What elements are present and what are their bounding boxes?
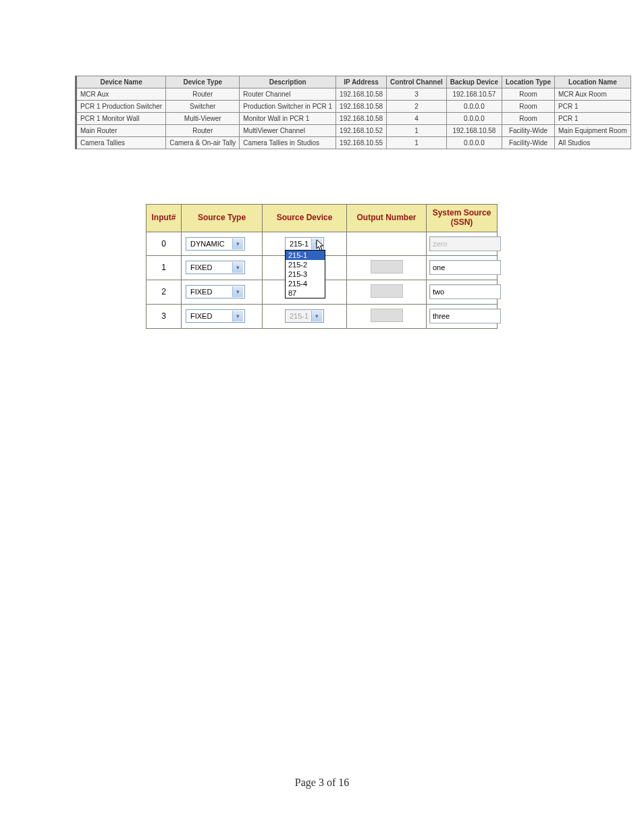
cell-input-number: 1: [146, 255, 182, 280]
page-number: Page 3 of 16: [0, 777, 644, 789]
source-type-select[interactable]: FIXED ▾: [186, 285, 245, 298]
col-source-type: Source Type: [182, 205, 263, 232]
source-device-value: 215-1: [290, 240, 308, 248]
ssn-input: [429, 236, 501, 251]
table-row: 3 FIXED ▾ 215-1 ▾: [146, 304, 498, 328]
source-device-options[interactable]: 215-1 215-2 215-3 215-4 87: [285, 250, 325, 298]
option-item[interactable]: 215-4: [286, 279, 325, 288]
option-item[interactable]: 215-3: [286, 269, 325, 279]
chevron-down-icon: ▾: [232, 286, 243, 297]
source-device-select[interactable]: 215-1 ▾: [285, 237, 324, 251]
table-row: PCR 1 Production Switcher Switcher Produ…: [76, 101, 631, 113]
cell-loctype: Room: [502, 88, 554, 101]
col-device-name: Device Name: [76, 76, 166, 88]
table-row: Main Router Router MultiViewer Channel 1…: [76, 125, 631, 137]
option-item[interactable]: 215-1: [286, 251, 325, 260]
source-type-value: FIXED: [190, 312, 212, 320]
chevron-down-icon: ▾: [232, 311, 243, 321]
col-description: Description: [240, 76, 336, 88]
chevron-down-icon: ▾: [232, 238, 243, 249]
cell-description: Router Channel: [240, 88, 336, 101]
inputs-table: Input# Source Type Source Device Output …: [146, 204, 498, 329]
chevron-down-icon: ▾: [311, 238, 322, 249]
output-number-box[interactable]: [371, 260, 403, 273]
source-type-select[interactable]: DYNAMIC ▾: [186, 237, 245, 251]
cell-backup: 192.168.10.57: [446, 88, 502, 101]
col-source-device: Source Device: [263, 205, 347, 232]
devices-table: Device Name Device Type Description IP A…: [75, 76, 631, 149]
col-location-type: Location Type: [502, 76, 554, 88]
col-backup-device: Backup Device: [446, 76, 502, 88]
source-type-value: FIXED: [190, 288, 212, 296]
col-ip-address: IP Address: [336, 76, 387, 88]
cell-device-name: MCR Aux: [76, 88, 166, 101]
table-row: MCR Aux Router Router Channel 192.168.10…: [76, 88, 631, 101]
cell-ip: 192.168.10.58: [336, 88, 387, 101]
source-device-value: 215-1: [290, 312, 308, 320]
inputs-header-row: Input# Source Type Source Device Output …: [146, 205, 498, 232]
col-system-source: System Source (SSN): [427, 205, 498, 232]
ssn-input[interactable]: [429, 284, 501, 299]
source-type-select[interactable]: FIXED ▾: [186, 309, 245, 323]
chevron-down-icon: ▾: [311, 311, 322, 321]
cell-ctrl: 3: [387, 88, 447, 101]
cell-device-type: Router: [166, 88, 240, 101]
col-output-number: Output Number: [347, 205, 427, 232]
cell-locname: MCR Aux Room: [555, 88, 631, 101]
col-location-name: Location Name: [555, 76, 631, 88]
source-type-value: DYNAMIC: [190, 240, 225, 248]
output-number-box[interactable]: [371, 309, 403, 322]
devices-header-row: Device Name Device Type Description IP A…: [76, 76, 631, 88]
ssn-input[interactable]: [429, 260, 501, 275]
source-type-select[interactable]: FIXED ▾: [186, 261, 245, 274]
col-control-channel: Control Channel: [387, 76, 447, 88]
option-item[interactable]: 215-2: [286, 260, 325, 269]
cell-input-number: 3: [146, 304, 182, 328]
ssn-input[interactable]: [429, 309, 501, 323]
output-number-cell: [351, 236, 422, 251]
cell-input-number: 2: [146, 280, 182, 304]
col-device-type: Device Type: [166, 76, 240, 88]
table-row: 0 DYNAMIC ▾ 215-1 ▾: [146, 232, 498, 255]
option-item[interactable]: 87: [286, 288, 325, 298]
cell-input-number: 0: [146, 232, 182, 255]
output-number-box[interactable]: [371, 284, 403, 298]
source-type-value: FIXED: [190, 263, 212, 271]
table-row: PCR 1 Monitor Wall Multi-Viewer Monitor …: [76, 113, 631, 125]
source-device-select: 215-1 ▾: [285, 309, 324, 323]
table-row: Camera Tallies Camera & On-air Tally Cam…: [76, 137, 631, 149]
col-input-number: Input#: [146, 205, 182, 232]
chevron-down-icon: ▾: [232, 262, 243, 273]
